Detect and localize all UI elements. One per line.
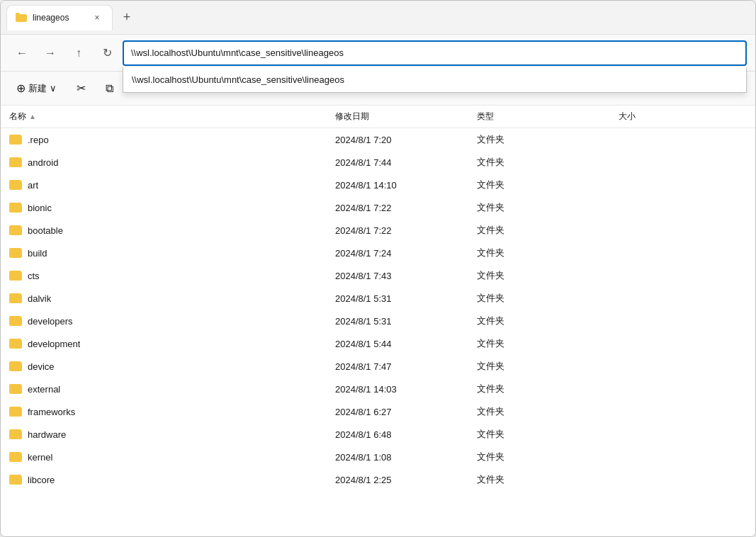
col-header-type[interactable]: 类型 — [477, 111, 619, 123]
file-type: 文件夹 — [477, 428, 619, 441]
folder-icon — [9, 361, 22, 371]
address-suggestion-item[interactable]: \\wsl.localhost\Ubuntu\mnt\case_sensitiv… — [123, 67, 746, 92]
folder-icon — [9, 180, 22, 190]
file-date: 2024/8/1 14:03 — [335, 384, 477, 395]
col-header-size[interactable]: 大小 — [619, 111, 704, 123]
new-icon: ⊕ — [16, 81, 26, 95]
file-date: 2024/8/1 6:27 — [335, 407, 477, 417]
folder-icon — [9, 407, 22, 417]
address-bar-input[interactable] — [123, 40, 747, 66]
table-row[interactable]: hardware 2024/8/1 6:48 文件夹 — [1, 423, 755, 446]
folder-icon — [9, 429, 22, 439]
file-type: 文件夹 — [477, 247, 619, 259]
file-list-container: 名称 ▲ 修改日期 类型 大小 .repo 2024/8/1 7:20 文件夹 … — [1, 106, 755, 537]
file-date: 2024/8/1 7:22 — [335, 225, 477, 236]
file-date: 2024/8/1 7:20 — [335, 135, 477, 145]
table-row[interactable]: libcore 2024/8/1 2:25 文件夹 — [1, 468, 755, 491]
file-name-cell: development — [9, 339, 335, 349]
file-type: 文件夹 — [477, 315, 619, 327]
file-name-cell: frameworks — [9, 407, 335, 417]
table-row[interactable]: bootable 2024/8/1 7:22 文件夹 — [1, 219, 755, 242]
address-bar-wrapper: \\wsl.localhost\Ubuntu\mnt\case_sensitiv… — [123, 40, 747, 66]
file-name-cell: libcore — [9, 475, 335, 485]
file-name-text: kernel — [28, 452, 52, 463]
table-row[interactable]: external 2024/8/1 14:03 文件夹 — [1, 378, 755, 400]
file-date: 2024/8/1 1:08 — [335, 452, 477, 463]
file-name-text: .repo — [28, 135, 49, 145]
refresh-icon: ↻ — [103, 46, 112, 60]
table-row[interactable]: .repo 2024/8/1 7:20 文件夹 — [1, 128, 755, 151]
address-dropdown: \\wsl.localhost\Ubuntu\mnt\case_sensitiv… — [123, 67, 747, 93]
file-type: 文件夹 — [477, 473, 619, 486]
file-name-text: libcore — [28, 475, 55, 485]
file-name-cell: developers — [9, 316, 335, 327]
folder-icon — [9, 135, 22, 145]
file-name-text: build — [28, 248, 47, 259]
file-type: 文件夹 — [477, 201, 619, 214]
folder-icon — [9, 157, 22, 167]
tab-area: lineageos × + — [6, 1, 138, 34]
file-date: 2024/8/1 7:47 — [335, 361, 477, 372]
table-row[interactable]: bionic 2024/8/1 7:22 文件夹 — [1, 196, 755, 219]
table-row[interactable]: device 2024/8/1 7:47 文件夹 — [1, 355, 755, 378]
table-row[interactable]: art 2024/8/1 14:10 文件夹 — [1, 174, 755, 196]
file-name-cell: build — [9, 248, 335, 259]
table-row[interactable]: development 2024/8/1 5:44 文件夹 — [1, 332, 755, 355]
table-row[interactable]: build 2024/8/1 7:24 文件夹 — [1, 242, 755, 264]
file-name-cell: android — [9, 157, 335, 168]
file-type: 文件夹 — [477, 405, 619, 418]
new-button[interactable]: ⊕ 新建 ∨ — [9, 77, 64, 99]
file-type: 文件夹 — [477, 337, 619, 350]
file-name-cell: bootable — [9, 225, 335, 236]
cut-button[interactable]: ✂ — [69, 77, 93, 99]
new-tab-button[interactable]: + — [115, 6, 138, 29]
file-date: 2024/8/1 7:24 — [335, 248, 477, 259]
tab-label: lineageos — [33, 13, 85, 23]
file-type: 文件夹 — [477, 383, 619, 395]
file-name-cell: .repo — [9, 135, 335, 145]
col-header-name[interactable]: 名称 ▲ — [9, 111, 335, 123]
table-row[interactable]: cts 2024/8/1 7:43 文件夹 — [1, 264, 755, 287]
table-row[interactable]: android 2024/8/1 7:44 文件夹 — [1, 151, 755, 174]
file-name-cell: art — [9, 180, 335, 191]
file-name-text: developers — [28, 316, 73, 327]
tab-close-button[interactable]: × — [91, 11, 103, 24]
folder-icon — [9, 271, 22, 281]
up-button[interactable]: ↑ — [66, 40, 91, 66]
file-type: 文件夹 — [477, 224, 619, 237]
svg-rect-2 — [16, 13, 20, 16]
file-name-cell: external — [9, 384, 335, 395]
folder-icon — [9, 339, 22, 349]
file-name-text: external — [28, 384, 60, 395]
file-name-cell: bionic — [9, 203, 335, 213]
refresh-button[interactable]: ↻ — [94, 40, 120, 66]
file-name-text: dalvik — [28, 293, 51, 304]
col-header-date[interactable]: 修改日期 — [335, 111, 477, 123]
forward-button[interactable]: → — [38, 40, 63, 66]
back-button[interactable]: ← — [9, 40, 35, 66]
up-icon: ↑ — [76, 47, 81, 60]
folder-icon — [9, 475, 22, 485]
copy-button[interactable]: ⧉ — [98, 78, 120, 99]
file-date: 2024/8/1 7:22 — [335, 203, 477, 213]
folder-icon — [9, 316, 22, 326]
file-name-text: art — [28, 180, 38, 191]
new-label: 新建 — [28, 82, 47, 95]
file-name-cell: hardware — [9, 429, 335, 440]
table-row[interactable]: kernel 2024/8/1 1:08 文件夹 — [1, 446, 755, 468]
file-date: 2024/8/1 7:43 — [335, 271, 477, 281]
file-date: 2024/8/1 5:31 — [335, 293, 477, 304]
table-row[interactable]: frameworks 2024/8/1 6:27 文件夹 — [1, 400, 755, 423]
folder-icon — [9, 225, 22, 235]
cut-icon: ✂ — [77, 81, 86, 95]
table-row[interactable]: developers 2024/8/1 5:31 文件夹 — [1, 310, 755, 332]
tab-lineageos[interactable]: lineageos × — [6, 5, 113, 30]
file-name-text: device — [28, 361, 55, 372]
tab-folder-icon — [16, 12, 27, 23]
table-row[interactable]: dalvik 2024/8/1 5:31 文件夹 — [1, 287, 755, 310]
file-date: 2024/8/1 6:48 — [335, 429, 477, 440]
file-name-text: cts — [28, 271, 40, 281]
sort-arrow-icon: ▲ — [29, 113, 36, 120]
folder-icon — [9, 248, 22, 258]
folder-icon — [9, 293, 22, 303]
